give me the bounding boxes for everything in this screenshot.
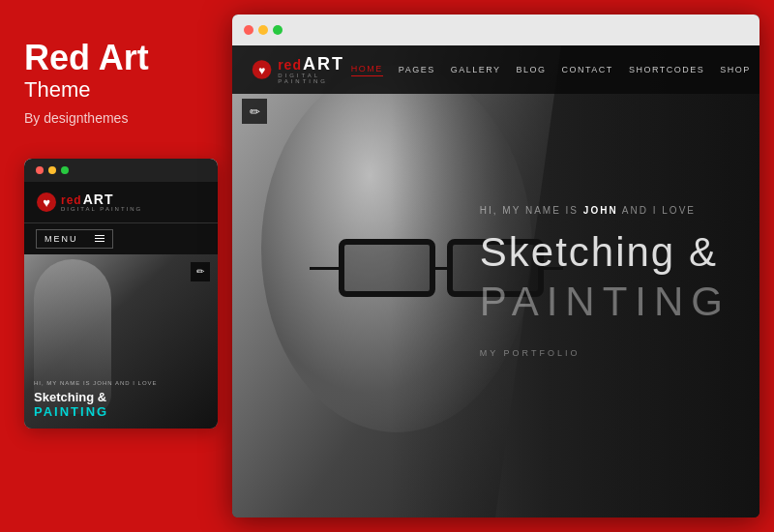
browser-content: ♥ red ART DIGITAL PAINTING HOME PAGES GA… <box>232 45 759 517</box>
mobile-logo-red: red <box>61 194 82 206</box>
nav-shortcodes[interactable]: SHORTCODES <box>629 65 704 74</box>
mobile-logo-art: ART <box>83 192 114 206</box>
mobile-logo: ♥ red ART DIGITAL PAINTING <box>36 192 142 213</box>
nav-home[interactable]: HOME <box>351 64 383 76</box>
mobile-hi-text: HI, MY NAME IS JOHN AND I LOVE <box>34 380 208 386</box>
hero-hi-line: HI, MY NAME IS JOHN AND I LOVE <box>480 205 730 216</box>
hero-name: JOHN <box>583 205 618 216</box>
brand-icon-mobile: ♥ <box>36 192 57 213</box>
mobile-logo-area: ♥ red ART DIGITAL PAINTING <box>24 182 218 222</box>
right-panel: ♥ red ART DIGITAL PAINTING HOME PAGES GA… <box>232 15 759 517</box>
browser-dot-green <box>273 25 283 35</box>
menu-label: MENU <box>45 234 78 244</box>
mobile-preview-card: ♥ red ART DIGITAL PAINTING MENU <box>24 159 218 429</box>
svg-text:♥: ♥ <box>43 195 50 210</box>
mobile-hero-text: HI, MY NAME IS JOHN AND I LOVE Sketching… <box>34 380 208 419</box>
left-panel: Red Art Theme By designthemes ♥ <box>0 0 232 532</box>
hero-sketching-text: Sketching & <box>480 230 730 275</box>
nav-contact[interactable]: CONTACT <box>562 65 613 74</box>
dot-green <box>61 166 69 174</box>
mobile-menu-button[interactable]: MENU <box>36 229 113 249</box>
nav-gallery[interactable]: GALLERY <box>451 65 501 74</box>
mobile-logo-sub: DIGITAL PAINTING <box>61 206 142 212</box>
hamburger-icon <box>95 235 104 242</box>
browser-dot-yellow <box>258 25 268 35</box>
theme-by: By designthemes <box>24 110 213 126</box>
desktop-logo-red: red <box>278 58 302 72</box>
mobile-painting-text: PAINTING <box>34 404 208 419</box>
dot-yellow <box>48 166 56 174</box>
hero-love: AND I LOVE <box>622 205 696 216</box>
desktop-logo-art: ART <box>303 55 344 73</box>
pencil-icon-mobile[interactable]: ✏ <box>191 262 210 281</box>
desktop-logo-sub: DIGITAL PAINTING <box>278 73 351 84</box>
nav-blog[interactable]: BLOG <box>517 65 547 74</box>
mobile-menu-bar: MENU <box>24 222 218 254</box>
desktop-hero-text: HI, MY NAME IS JOHN AND I LOVE Sketching… <box>480 205 730 358</box>
browser-dot-red <box>244 25 253 35</box>
theme-title: Red Art <box>24 39 213 77</box>
mobile-sketching-text: Sketching & <box>34 390 208 404</box>
browser-chrome <box>232 15 759 45</box>
hero-hi-prefix: HI, MY NAME IS <box>480 205 579 216</box>
nav-items: HOME PAGES GALLERY BLOG CONTACT SHORTCOD… <box>351 64 751 76</box>
svg-text:♥: ♥ <box>258 64 265 77</box>
nav-shop[interactable]: SHOP <box>720 65 751 74</box>
browser-dots <box>244 25 283 35</box>
mobile-card-chrome <box>24 159 218 182</box>
brand-icon-desktop: ♥ <box>252 56 272 83</box>
mobile-dots <box>36 166 69 174</box>
pencil-icon-desktop[interactable]: ✏ <box>242 99 267 124</box>
theme-subtitle: Theme <box>24 77 213 103</box>
nav-pages[interactable]: PAGES <box>399 65 435 74</box>
hero-painting-text: PAINTING <box>480 280 730 324</box>
mobile-hero: ✏ HI, MY NAME IS JOHN AND I LOVE Sketchi… <box>24 254 218 429</box>
hero-portfolio-link[interactable]: MY PORTFOLIO <box>480 348 730 358</box>
dot-red <box>36 166 44 174</box>
desktop-nav: ♥ red ART DIGITAL PAINTING HOME PAGES GA… <box>232 45 759 94</box>
desktop-logo: ♥ red ART DIGITAL PAINTING <box>252 55 351 84</box>
